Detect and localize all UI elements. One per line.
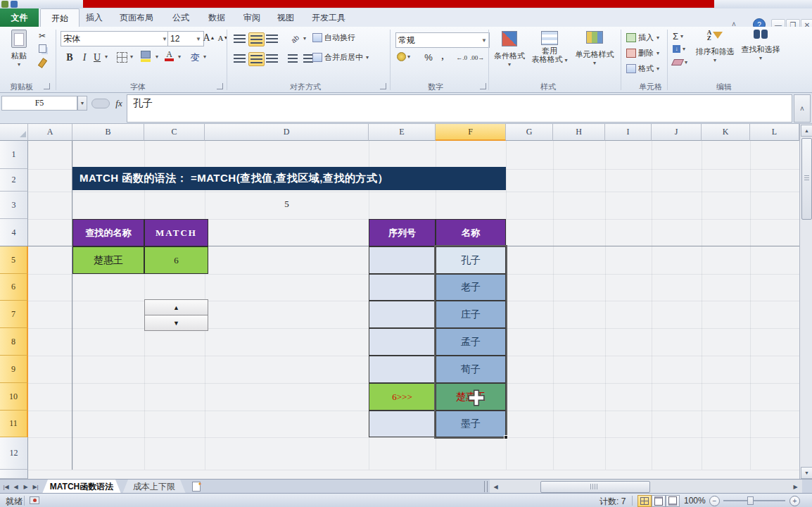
find-select-button[interactable]: 查找和选择 ▾ xyxy=(737,30,784,61)
align-center-icon[interactable] xyxy=(248,52,265,66)
conditional-formatting-button[interactable]: 条件格式 ▾ xyxy=(491,31,528,68)
cut-icon[interactable]: ✂ xyxy=(37,31,48,41)
borders-dropdown-icon[interactable]: ▾ xyxy=(128,54,135,60)
tab-page-layout[interactable]: 页面布局 xyxy=(111,8,162,27)
seq-cell-E11[interactable] xyxy=(369,411,436,437)
vertical-scrollbar[interactable]: ▲ ▼ xyxy=(799,124,812,479)
column-header-K[interactable]: K xyxy=(702,124,750,141)
clear-button[interactable]: ▾ xyxy=(673,59,687,65)
scroll-left-icon[interactable]: ◀ xyxy=(491,482,500,492)
align-right-icon[interactable] xyxy=(265,52,279,65)
zoom-slider-track[interactable] xyxy=(723,500,785,501)
row-header-12[interactable]: 12 xyxy=(0,437,28,470)
insert-cells-button[interactable]: 插入▾ xyxy=(626,32,659,43)
align-bottom-icon[interactable] xyxy=(265,32,279,45)
column-header-C[interactable]: C xyxy=(144,124,205,141)
font-dialog-launcher-icon[interactable] xyxy=(217,83,223,89)
delete-cells-button[interactable]: 删除▾ xyxy=(626,48,659,58)
row-header-7-selected[interactable]: 7 xyxy=(0,301,28,328)
phonetic-dropdown-icon[interactable]: ▾ xyxy=(201,54,208,60)
page-layout-view-button[interactable] xyxy=(652,495,666,507)
font-name-combo[interactable]: 宋体▼ xyxy=(61,31,170,46)
row-header-10-selected[interactable]: 10 xyxy=(0,383,28,411)
copy-icon[interactable] xyxy=(37,44,48,54)
column-header-B[interactable]: B xyxy=(72,124,144,141)
number-format-combo[interactable]: 常规▼ xyxy=(395,32,490,48)
tab-data[interactable]: 数据 xyxy=(200,8,234,27)
seq-cell-E6[interactable] xyxy=(369,274,436,301)
zoom-out-icon[interactable]: − xyxy=(709,496,720,506)
currency-icon[interactable]: ▾ xyxy=(397,52,410,61)
fill-handle[interactable] xyxy=(504,435,508,439)
row-header-4[interactable]: 4 xyxy=(0,219,28,246)
row-header-9-selected[interactable]: 9 xyxy=(0,356,28,383)
seq-cell-E9[interactable] xyxy=(369,356,436,383)
orientation-dropdown-icon[interactable]: ▾ xyxy=(301,35,308,42)
format-painter-icon[interactable] xyxy=(37,58,48,68)
tab-split-handle[interactable] xyxy=(484,481,488,492)
title-banner[interactable]: MATCH 函数的语法： =MATCH(查找值,查找区域,查找的方式） xyxy=(72,167,506,190)
underline-dropdown-icon[interactable]: ▾ xyxy=(103,54,110,60)
name-cell-F9[interactable]: 荀子 xyxy=(436,356,506,383)
scroll-right-icon[interactable]: ▶ xyxy=(791,482,800,492)
sort-filter-button[interactable]: AZ 排序和筛选 ▾ xyxy=(692,30,737,63)
sheet-tab-second[interactable]: 成本上下限 xyxy=(122,480,186,494)
spin-up-button[interactable]: ▲ xyxy=(144,299,208,315)
row-header-8-selected[interactable]: 8 xyxy=(0,328,28,356)
column-header-E[interactable]: E xyxy=(369,124,436,141)
underline-button[interactable]: U xyxy=(91,51,103,65)
tab-developer[interactable]: 开发工具 xyxy=(303,8,355,27)
cell-D3[interactable]: 5 xyxy=(205,197,369,211)
column-header-A[interactable]: A xyxy=(28,124,72,141)
first-sheet-icon[interactable]: |◀ xyxy=(1,482,11,492)
column-header-D[interactable]: D xyxy=(205,124,369,141)
seq-cell-E5[interactable] xyxy=(369,246,436,274)
horizontal-scroll-thumb[interactable] xyxy=(540,481,650,493)
normal-view-button[interactable] xyxy=(637,495,652,507)
italic-button[interactable]: I xyxy=(79,51,90,65)
row-header-1[interactable]: 1 xyxy=(0,141,28,169)
formula-input[interactable]: 孔子 xyxy=(127,94,792,123)
percent-style-icon[interactable]: % xyxy=(422,51,435,63)
decrease-indent-icon[interactable] xyxy=(286,52,300,65)
fx-icon[interactable]: fx xyxy=(113,96,125,111)
comma-style-icon[interactable]: , xyxy=(438,49,448,62)
list-header-seq[interactable]: 序列号 xyxy=(369,219,436,246)
next-sheet-icon[interactable]: ▶ xyxy=(21,482,30,492)
column-header-L[interactable]: L xyxy=(750,124,799,141)
row-header-3[interactable]: 3 xyxy=(0,192,28,219)
name-cell-F11[interactable]: 墨子 xyxy=(436,411,506,437)
tab-home[interactable]: 开始 xyxy=(40,8,80,27)
shrink-font-icon[interactable]: A▼ xyxy=(217,31,229,45)
tab-review[interactable]: 审阅 xyxy=(235,8,269,27)
merge-center-button[interactable]: 合并后居中 ▾ xyxy=(312,52,369,63)
tab-insert[interactable]: 插入 xyxy=(79,8,110,27)
font-size-combo[interactable]: 12▼ xyxy=(167,31,204,46)
expand-formula-bar-icon[interactable]: ˄ xyxy=(794,94,811,123)
tab-formulas[interactable]: 公式 xyxy=(163,8,198,27)
phonetic-guide-icon[interactable]: 变 xyxy=(189,51,201,65)
save-icon[interactable] xyxy=(11,1,18,8)
lookup-header-match[interactable]: MATCH xyxy=(144,219,208,246)
increase-decimal-icon[interactable]: ←.0 xyxy=(455,52,469,63)
list-header-name[interactable]: 名称 xyxy=(436,219,506,246)
horizontal-scrollbar[interactable]: ◀ ▶ xyxy=(490,480,802,494)
alignment-dialog-launcher-icon[interactable] xyxy=(380,83,386,89)
wrap-text-button[interactable]: 自动换行 xyxy=(312,32,355,43)
lookup-result-value[interactable]: 6 xyxy=(144,246,208,274)
prev-sheet-icon[interactable]: ◀ xyxy=(11,482,20,492)
tab-view[interactable]: 视图 xyxy=(270,8,301,27)
fill-color-dropdown-icon[interactable]: ▾ xyxy=(153,54,160,60)
last-sheet-icon[interactable]: ▶| xyxy=(31,482,40,492)
borders-icon[interactable] xyxy=(117,52,127,63)
autosum-button[interactable]: Σ▾ xyxy=(673,31,683,42)
seq-cell-E10-match[interactable]: 6>>> xyxy=(369,383,436,411)
row-header-2[interactable]: 2 xyxy=(0,169,28,192)
paste-button[interactable]: 粘贴 ▾ xyxy=(4,30,34,68)
row-header-6-selected[interactable]: 6 xyxy=(0,274,28,301)
fill-color-icon[interactable] xyxy=(141,51,151,62)
page-break-view-button[interactable] xyxy=(666,495,680,507)
scroll-up-icon[interactable]: ▲ xyxy=(801,125,812,137)
tab-file[interactable]: 文件 xyxy=(0,8,39,27)
row-header-5-selected[interactable]: 5 xyxy=(0,246,28,274)
